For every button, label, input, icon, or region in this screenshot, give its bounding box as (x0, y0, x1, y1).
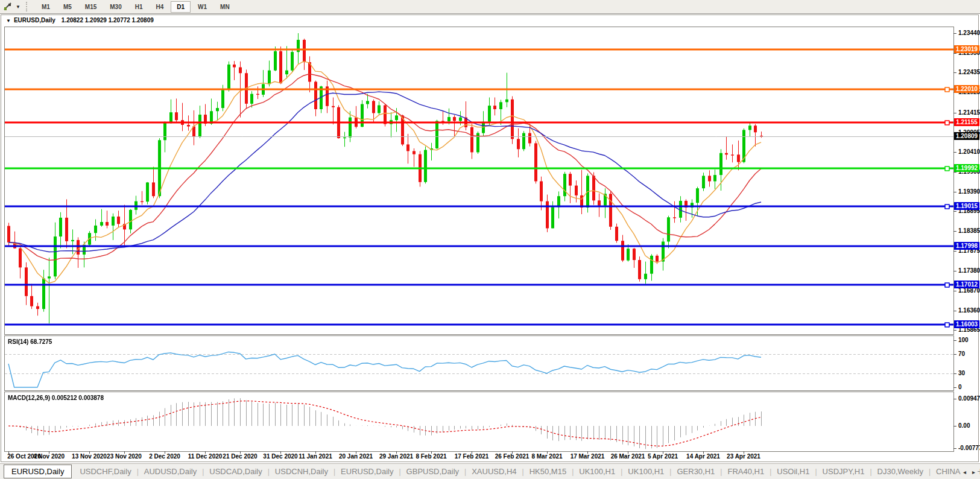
symbol-label: EURUSD,Daily (14, 17, 55, 24)
rsi-tick-label: 100 (958, 337, 969, 343)
rsi-canvas[interactable] (5, 336, 953, 390)
date-axis-label: 17 Mar 2021 (571, 453, 605, 460)
date-axis-label: 17 Feb 2021 (455, 453, 489, 460)
toolbar: ▼ M1M5M15M30H1H4D1W1MN (0, 0, 980, 14)
macd-tick-mark (953, 426, 956, 427)
timeframe-button-m30[interactable]: M30 (104, 1, 127, 13)
timeframe-button-m5[interactable]: M5 (57, 1, 78, 13)
collapse-icon[interactable]: ▼ (6, 18, 11, 24)
price-tick-label: 1.20410 (958, 148, 980, 155)
timeframe-button-group: M1M5M15M30H1H4D1W1MN (35, 1, 236, 13)
rsi-tick-label: 0 (958, 384, 962, 390)
timeframe-button-m1[interactable]: M1 (36, 1, 56, 13)
rsi-tick-label: 30 (958, 370, 965, 376)
hline-price-badge[interactable]: 1.22010 (954, 85, 979, 93)
date-axis-label: 2 Dec 2020 (149, 453, 180, 460)
chart-tab-hk50-m15[interactable]: HK50,M15 (524, 465, 572, 478)
price-tick-label: 1.23440 (958, 30, 980, 36)
timeframe-button-mn[interactable]: MN (214, 1, 236, 13)
chart-tab-fra40-h1[interactable]: FRA40,H1 (722, 465, 770, 478)
ohlc-values: 1.20822 1.20929 1.20772 1.20809 (62, 17, 154, 24)
chart-tab-usdchf-daily[interactable]: USDCHF,Daily (74, 465, 136, 478)
date-axis-label: 14 Apr 2021 (686, 453, 720, 460)
chart-type-icon[interactable] (2, 1, 14, 12)
macd-tick-mark (953, 399, 956, 399)
date-axis-label: 29 Jan 2021 (379, 453, 413, 460)
price-tick-mark (953, 311, 956, 311)
price-tick-mark (953, 291, 956, 291)
chart-tab-audusd-daily[interactable]: AUDUSD,Daily (139, 465, 202, 478)
chart-tab-uk100-h1[interactable]: UK100,H1 (574, 465, 621, 478)
chart-tab-usdcad-daily[interactable]: USDCAD,Daily (204, 465, 267, 478)
macd-canvas[interactable] (5, 392, 953, 451)
hline-price-badge[interactable]: 1.17998 (954, 242, 979, 250)
macd-tick-label: 0.00 (958, 422, 970, 429)
toolbar-grip (26, 2, 30, 11)
date-axis-label: 20 Jan 2021 (339, 453, 373, 460)
rsi-tick-mark (953, 387, 956, 388)
chart-tab-usdjpy-h1[interactable]: USDJPY,H1 (817, 465, 870, 478)
chart-tab-ger30-h1[interactable]: GER30,H1 (671, 465, 720, 478)
price-tick-mark (953, 251, 956, 252)
price-tick-mark (953, 192, 956, 192)
price-tick-mark (953, 152, 956, 153)
chart-tab-uk100-h1[interactable]: UK100,H1 (622, 465, 669, 478)
date-axis-label: 26 Feb 2021 (495, 453, 530, 460)
chart-tab-bar: EURUSD,DailyUSDCHF,Daily|AUDUSD,Daily|US… (0, 463, 980, 479)
price-tick-label: 1.16360 (958, 307, 980, 314)
hline-price-badge[interactable]: 1.16003 (954, 320, 979, 328)
price-tick-mark (953, 172, 956, 173)
tab-scroll-buttons: ◂ ▸ (961, 464, 978, 479)
timeframe-button-m15[interactable]: M15 (79, 1, 103, 13)
date-axis-label: 5 Apr 2021 (648, 453, 678, 460)
chart-tab-dj30-weekly[interactable]: DJ30,Weekly (872, 465, 929, 478)
timeframe-button-d1[interactable]: D1 (171, 1, 191, 13)
rsi-label: RSI(14) 68.7275 (8, 338, 52, 345)
chart-tab-eurusd-daily[interactable]: EURUSD,Daily (4, 465, 72, 478)
tab-scroll-right-icon[interactable]: ▸ (972, 469, 975, 475)
macd-label: MACD(12,26,9) 0.005212 0.003878 (8, 395, 104, 401)
price-tick-mark (953, 33, 956, 34)
price-tick-label: 1.19390 (958, 188, 980, 195)
chart-tab-usoil-h1[interactable]: USOil,H1 (771, 465, 815, 478)
price-tick-mark (953, 271, 956, 271)
macd-panel[interactable]: MACD(12,26,9) 0.005212 0.003878 (4, 392, 954, 452)
chart-type-icon-glyph (3, 2, 13, 11)
price-tick-label: 1.18385 (958, 227, 980, 234)
timeframe-button-h1[interactable]: H1 (129, 1, 149, 13)
tab-scroll-left-icon[interactable]: ◂ (963, 469, 966, 475)
date-axis-label: 26 Mar 2021 (611, 453, 645, 460)
price-tick-label: 1.17380 (958, 267, 980, 274)
timeframe-button-w1[interactable]: W1 (192, 1, 213, 13)
chart-tab-usdcnh-daily[interactable]: USDCNH,Daily (270, 465, 334, 478)
price-tick-mark (953, 72, 956, 73)
rsi-panel[interactable]: RSI(14) 68.7275 (4, 335, 954, 391)
date-axis-label: 8 Mar 2021 (531, 453, 562, 460)
chart-tab-eurusd-daily[interactable]: EURUSD,Daily (335, 465, 399, 478)
date-axis-label: 31 Dec 2020 (263, 453, 297, 460)
hline-price-badge[interactable]: 1.19015 (954, 202, 979, 210)
date-axis-label: 23 Nov 2020 (107, 453, 142, 460)
price-chart-panel[interactable] (4, 27, 954, 335)
rsi-tick-mark (953, 354, 956, 355)
hline-price-badge[interactable]: 1.19992 (954, 164, 979, 172)
timeframe-button-h4[interactable]: H4 (150, 1, 170, 13)
hline-price-badge[interactable]: 1.23019 (954, 45, 979, 53)
price-tick-label: 1.22435 (958, 69, 980, 75)
price-chart-canvas[interactable] (5, 27, 953, 334)
price-tick-mark (953, 211, 956, 212)
date-axis-label: 11 Jan 2021 (299, 453, 332, 460)
chart-tabs: EURUSD,DailyUSDCHF,Daily|AUDUSD,Daily|US… (4, 465, 980, 478)
chart-title: ▼EURUSD,Daily1.20822 1.20929 1.20772 1.2… (6, 17, 154, 24)
price-tick-mark (953, 231, 956, 232)
hline-price-badge[interactable]: 1.21155 (954, 118, 979, 126)
date-axis-label: 21 Dec 2020 (223, 453, 257, 460)
macd-tick-label: -0.007778 (958, 445, 980, 451)
chart-tab-xauusd-h4[interactable]: XAUUSD,H4 (466, 465, 522, 478)
hline-price-badge[interactable]: 1.17012 (954, 281, 979, 288)
chart-type-dropdown-icon[interactable]: ▼ (14, 4, 22, 10)
chart-tab-gbpusd-daily[interactable]: GBPUSD,Daily (401, 465, 464, 478)
date-axis-label: 4 Nov 2020 (33, 453, 65, 460)
price-tick-mark (953, 113, 956, 113)
rsi-tick-label: 70 (958, 351, 965, 357)
